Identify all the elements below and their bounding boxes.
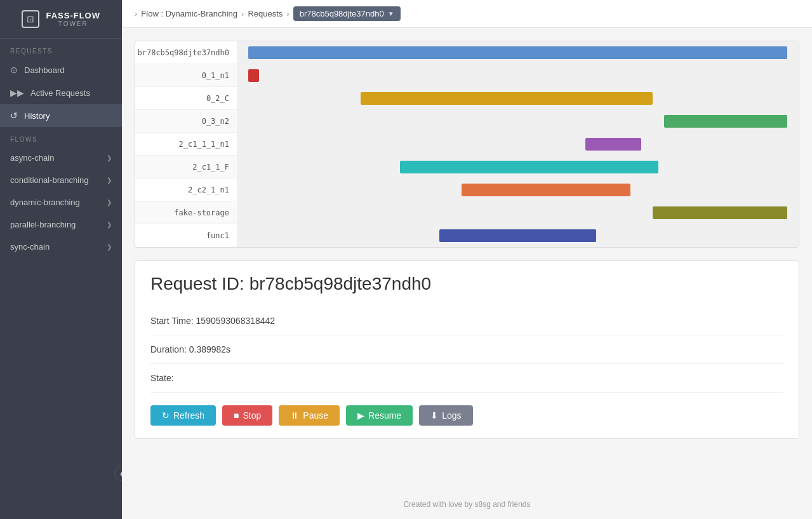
app-logo: ⊡ FASS-FLOW TOWER	[0, 0, 122, 39]
gantt-row-label: 2_c2_1_n1	[135, 185, 237, 194]
gantt-row: 2_c2_1_n1	[135, 179, 799, 201]
history-icon: ↺	[10, 111, 18, 121]
gantt-bar	[439, 229, 597, 242]
chevron-right-icon: ❯	[107, 154, 112, 161]
duration-value: 0.389982s	[189, 344, 230, 354]
breadcrumb-flow[interactable]: Flow : Dynamic-Branching	[141, 9, 237, 18]
requests-section-label: REQUESTS	[0, 39, 122, 58]
stop-button[interactable]: ■ Stop	[222, 405, 272, 426]
gantt-row-label: 0_3_n2	[135, 117, 237, 126]
start-time-row: Start Time: 1590593068318442	[150, 307, 783, 335]
gantt-row-label: 2_c1_1_F	[135, 163, 237, 172]
sidebar-item-dashboard[interactable]: ⊙ Dashboard	[0, 58, 122, 81]
logo-icon: ⊡	[22, 10, 39, 28]
resume-icon: ▶	[357, 410, 364, 421]
sidebar-item-label: Active Requests	[30, 88, 90, 98]
flows-section-label: FLOWS	[0, 127, 122, 147]
gantt-row: 0_2_C	[135, 87, 799, 110]
sidebar-item-parallel-branching[interactable]: parallel-branching ❯	[0, 213, 122, 236]
sidebar-item-history[interactable]: ↺ History	[0, 104, 122, 127]
dashboard-icon: ⊙	[10, 65, 18, 75]
gantt-row: 0_1_n1	[135, 64, 799, 87]
breadcrumb-active-label: br78cb5q98djte37ndh0	[300, 9, 384, 18]
gantt-row-label: 0_1_n1	[135, 71, 237, 80]
refresh-button[interactable]: ↻ Refresh	[150, 405, 216, 426]
gantt-track	[237, 156, 799, 178]
sidebar-item-label: async-chain	[10, 153, 54, 163]
gantt-bar	[361, 92, 653, 105]
logs-button[interactable]: ⬇ Logs	[419, 405, 472, 426]
gantt-bar	[664, 115, 788, 128]
duration-row: Duration: 0.389982s	[150, 335, 783, 364]
gantt-row: 0_3_n2	[135, 110, 799, 133]
gantt-track	[237, 110, 799, 132]
breadcrumb-sep: ›	[135, 9, 137, 18]
sidebar-collapse-button[interactable]: ❮	[114, 466, 122, 481]
sidebar-item-label: sync-chain	[10, 242, 50, 252]
sidebar-item-label: conditional-branching	[10, 175, 89, 185]
state-label: State:	[150, 373, 174, 383]
gantt-bar	[248, 46, 788, 59]
gantt-row: func1	[135, 224, 799, 247]
logs-icon: ⬇	[430, 410, 438, 421]
gantt-bar	[462, 184, 630, 196]
sidebar-item-sync-chain[interactable]: sync-chain ❯	[0, 236, 122, 258]
breadcrumb: › Flow : Dynamic-Branching › Requests › …	[122, 0, 812, 28]
gantt-track	[237, 179, 799, 201]
gantt-row: 2_c1_1_1_n1	[135, 133, 799, 156]
active-requests-icon: ▶▶	[10, 88, 24, 98]
breadcrumb-sep: ›	[286, 9, 289, 18]
gantt-row: 2_c1_1_F	[135, 156, 799, 179]
pause-icon: ⏸	[290, 410, 299, 421]
breadcrumb-active-request[interactable]: br78cb5q98djte37ndh0 ▼	[293, 6, 401, 21]
main-content: › Flow : Dynamic-Branching › Requests › …	[122, 0, 812, 519]
sidebar-item-active-requests[interactable]: ▶▶ Active Requests	[0, 81, 122, 104]
breadcrumb-requests[interactable]: Requests	[248, 9, 283, 18]
gantt-row-label: br78cb5q98djte37ndh0	[135, 48, 237, 57]
sidebar-item-label: History	[24, 111, 50, 121]
app-name: FASS-FLOW	[46, 11, 100, 20]
gantt-bar	[653, 206, 787, 219]
breadcrumb-dropdown-icon: ▼	[388, 10, 394, 17]
pause-button[interactable]: ⏸ Pause	[279, 405, 340, 426]
app-sub: TOWER	[46, 20, 100, 27]
gantt-row-label: fake-storage	[135, 208, 237, 217]
gantt-track	[237, 201, 799, 224]
gantt-row: fake-storage	[135, 201, 799, 224]
duration-label: Duration:	[150, 344, 187, 354]
state-row: State:	[150, 364, 783, 393]
chevron-right-icon: ❯	[107, 243, 112, 250]
sidebar-item-dynamic-branching[interactable]: dynamic-branching ❯	[0, 191, 122, 213]
stop-icon: ■	[234, 410, 239, 421]
gantt-track	[237, 64, 799, 86]
start-time-value: 1590593068318442	[196, 316, 276, 326]
sidebar-item-conditional-branching[interactable]: conditional-branching ❯	[0, 169, 122, 191]
footer-text: Created with love by s8sg and friends	[403, 500, 530, 509]
sidebar-item-label: Dashboard	[24, 65, 65, 75]
gantt-track	[237, 41, 799, 64]
sidebar-item-label: parallel-branching	[10, 220, 76, 229]
request-id-heading: Request ID: br78cb5q98djte37ndh0	[150, 274, 783, 294]
refresh-icon: ↻	[162, 410, 170, 421]
content-area: br78cb5q98djte37ndh00_1_n10_2_C0_3_n22_c…	[122, 28, 812, 490]
gantt-track	[237, 133, 799, 155]
sidebar-item-label: dynamic-branching	[10, 198, 80, 207]
gantt-row: br78cb5q98djte37ndh0	[135, 41, 799, 64]
start-time-label: Start Time:	[150, 316, 194, 326]
gantt-track	[237, 224, 799, 247]
action-buttons: ↻ Refresh ■ Stop ⏸ Pause ▶ Resume ⬇ Lo	[150, 405, 783, 426]
gantt-bar	[400, 161, 658, 173]
chevron-right-icon: ❯	[107, 199, 112, 206]
gantt-chart: br78cb5q98djte37ndh00_1_n10_2_C0_3_n22_c…	[135, 41, 799, 248]
chevron-right-icon: ❯	[107, 221, 112, 228]
gantt-bar	[585, 138, 642, 151]
resume-button[interactable]: ▶ Resume	[346, 405, 413, 426]
sidebar: ⊡ FASS-FLOW TOWER REQUESTS ⊙ Dashboard ▶…	[0, 0, 122, 519]
breadcrumb-sep: ›	[241, 9, 244, 18]
gantt-bar	[248, 69, 260, 82]
gantt-row-label: func1	[135, 231, 237, 240]
sidebar-item-async-chain[interactable]: async-chain ❯	[0, 147, 122, 169]
request-details: Request ID: br78cb5q98djte37ndh0 Start T…	[135, 260, 799, 439]
chevron-right-icon: ❯	[107, 177, 112, 184]
gantt-track	[237, 87, 799, 109]
